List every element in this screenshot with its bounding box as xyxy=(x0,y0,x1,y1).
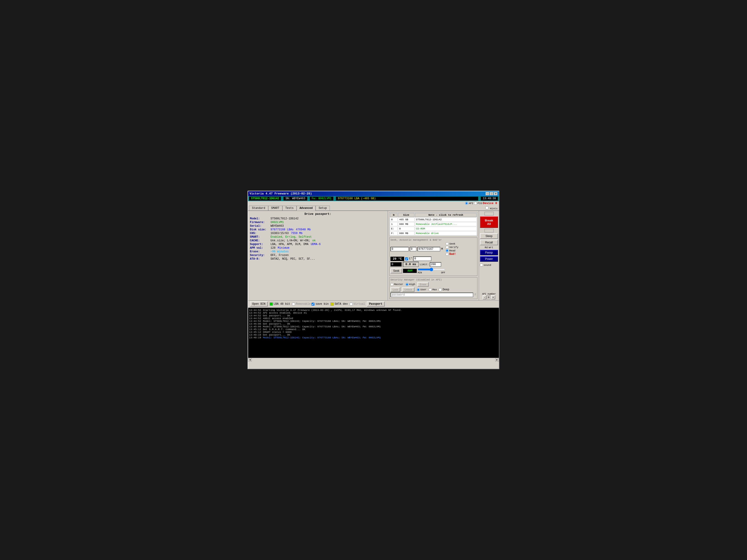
drive-row-e[interactable]: E: 0 CD-ROM xyxy=(390,227,477,231)
drive-row-f[interactable]: F: 980 MB Removable drive xyxy=(390,231,477,235)
bottom-controls: Open BIN LBA 48 bit Removable save bin S… xyxy=(248,300,499,308)
radio-bad[interactable]: Bad! xyxy=(445,252,458,256)
rd-label: Rd xyxy=(485,246,488,249)
password-field[interactable] xyxy=(390,293,473,297)
bottom-scrollbar[interactable]: ◄ ► xyxy=(248,358,499,362)
log-time: 13:48:19 xyxy=(249,336,261,339)
small-rect xyxy=(485,212,494,215)
tab-advanced[interactable]: Advanced xyxy=(297,206,316,211)
power-button[interactable]: Power xyxy=(480,256,498,262)
deep-checkbox[interactable] xyxy=(439,288,442,291)
close-button[interactable]: ✕ xyxy=(494,192,497,195)
passport-row-security: Security: OFF, Frozen xyxy=(250,254,386,257)
seek-step-field[interactable] xyxy=(410,247,416,251)
log-text: Model: ST500LT012-1DG142; Capacity: 9767… xyxy=(263,320,381,323)
sata-dev-label[interactable]: SATA dev xyxy=(331,302,348,305)
lock-button[interactable]: Lock xyxy=(390,287,400,292)
passp-button[interactable]: Passp xyxy=(480,250,498,255)
sleep-button[interactable]: Sleep xyxy=(480,233,498,239)
log-text: Model: ST500LT012-1DG142; Capacity: 9767… xyxy=(263,336,381,339)
seek-row-3: 0.0 ms Limit: xyxy=(390,262,476,267)
pio-radio[interactable] xyxy=(474,202,477,205)
log-time: 13:44:52 xyxy=(249,309,261,312)
counter-field[interactable] xyxy=(390,262,402,267)
seek-radio-group: Seek Verify Read Bad! xyxy=(445,242,458,256)
security-user-radio[interactable]: User xyxy=(417,288,427,291)
disk-time: 13:48:38 xyxy=(481,196,498,201)
security-high-radio[interactable]: High xyxy=(406,283,415,286)
maximize-button[interactable]: □ xyxy=(490,192,493,195)
virtual-label[interactable]: Virtual xyxy=(350,302,365,305)
drive-row-0[interactable]: 0 465 GB ST500LT012-1DG142 xyxy=(390,217,477,222)
tab-setup[interactable]: Setup xyxy=(316,206,330,210)
log-text: SMART status = GOOD xyxy=(263,331,291,334)
scroll-left-button[interactable]: ◄ xyxy=(248,358,252,362)
scroll-right-button[interactable]: ► xyxy=(495,358,499,362)
removable-label[interactable]: Removable xyxy=(292,302,311,305)
seek-row-1: M Seek Verify Read Bad! xyxy=(390,242,476,256)
aam-display: AAM xyxy=(403,269,417,273)
passport-button[interactable]: Passport xyxy=(367,301,385,306)
sound-check[interactable]: sound xyxy=(480,264,498,267)
temp-field[interactable] xyxy=(413,257,431,261)
break-all-button[interactable]: BreakAll xyxy=(480,216,498,228)
api-number-section: API number - 0 + xyxy=(480,293,498,299)
lba48-label[interactable]: LBA 48 bit xyxy=(269,302,290,305)
sata-dev-text: SATA dev xyxy=(335,302,348,305)
seek-end-field[interactable] xyxy=(417,247,440,251)
tab-smart[interactable]: SMART xyxy=(268,206,282,210)
sound-checkbox[interactable] xyxy=(480,264,483,267)
radio-seek[interactable]: Seek xyxy=(445,242,458,245)
seek-button[interactable]: Seek xyxy=(390,268,402,273)
col-note[interactable]: Note - click to refresh xyxy=(415,213,477,217)
sata-dev-indicator xyxy=(331,302,334,305)
radio-verify[interactable]: Verify xyxy=(445,246,458,249)
security-row-1: Master High Erase xyxy=(390,282,476,287)
unlock-button[interactable]: Unlock xyxy=(402,287,414,292)
tab-tests[interactable]: Tests xyxy=(282,206,297,210)
disk-fw-value: 0002LVM1 xyxy=(318,197,332,200)
passport-header: Drive passport: xyxy=(250,212,386,216)
passport-erase: ~96 minutes xyxy=(271,250,289,253)
api-minus-button[interactable]: - xyxy=(483,295,486,299)
passport-row-cache: CACHE: Unk.size; L/A=ON; Wr=ON; ok xyxy=(250,239,386,242)
radio-read[interactable]: Read xyxy=(445,249,458,252)
api-plus-button[interactable]: + xyxy=(491,295,495,299)
aam-slider[interactable] xyxy=(418,268,445,271)
seek-start-field[interactable] xyxy=(390,247,409,251)
removable-checkbox[interactable] xyxy=(292,303,295,305)
limit-field[interactable] xyxy=(430,262,441,267)
disk-model: ST500LT012-1DG142 xyxy=(249,196,281,201)
erase-button[interactable]: Erase xyxy=(417,282,429,287)
drive-row-1[interactable]: 1 980 MB Removable JetFlashTS1GJF... xyxy=(390,222,477,226)
wrt-label: Wrt xyxy=(489,246,493,249)
save-bin-label[interactable]: save bin xyxy=(311,302,329,305)
seek-m-label: M xyxy=(441,247,443,251)
open-bin-button[interactable]: Open BIN xyxy=(250,301,268,306)
api-radio[interactable] xyxy=(465,202,468,205)
security-master-radio[interactable]: Master xyxy=(390,283,403,286)
passport-apm-min: Minimum xyxy=(278,246,289,249)
drive-table: № Size Note - click to refresh 0 465 GB … xyxy=(389,212,478,236)
pio-label: PIO xyxy=(478,202,482,205)
passport-chs: 16383/15/63 xyxy=(271,232,289,235)
tab-standard[interactable]: Standard xyxy=(249,206,268,210)
virtual-checkbox[interactable] xyxy=(350,303,353,305)
hints-checkbox[interactable] xyxy=(485,206,488,209)
seek-section: Seek, Acoustic management & BAD'er M See… xyxy=(389,237,478,276)
passport-row-disksize: Disk size: 976773168 LBAs 476940 Mb xyxy=(250,228,386,231)
security-max-radio[interactable]: Max xyxy=(429,288,437,291)
title-bar-buttons: — □ ✕ xyxy=(486,192,497,195)
api-number-label: API number xyxy=(480,293,498,295)
security-row-2: Lock Unlock User Max Deep xyxy=(390,287,476,292)
passport-smart: Enabled, Errlog, Selftest xyxy=(271,235,312,239)
passport-chs-mb: 7559 Mb xyxy=(291,232,302,235)
save-bin-checkbox[interactable] xyxy=(311,303,314,305)
temp-display: 29 °C xyxy=(390,257,404,261)
temp-checkbox[interactable] xyxy=(405,257,408,260)
log-text: Get passport... OK xyxy=(263,323,290,325)
api-label: API xyxy=(469,202,473,205)
recall-button[interactable]: Recall xyxy=(480,240,498,245)
security-row-3: F xyxy=(390,293,476,297)
minimize-button[interactable]: — xyxy=(486,192,489,195)
